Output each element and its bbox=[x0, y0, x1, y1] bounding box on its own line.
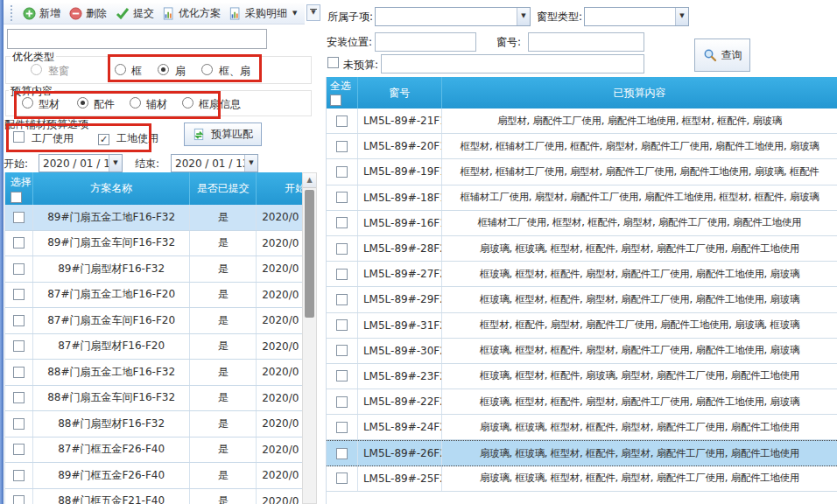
query-button[interactable]: 查询 bbox=[694, 38, 750, 72]
table-row[interactable]: 88#门扇五金车间F16-F32是2020/0 bbox=[5, 386, 302, 412]
row-checkbox[interactable] bbox=[13, 212, 25, 223]
window-type-select[interactable]: ▼ bbox=[584, 7, 689, 26]
radio-accessory[interactable] bbox=[77, 97, 88, 108]
table-row[interactable]: LM5L-89#-29F27框玻璃, 框型材, 框配件, 扇型材, 扇配件工厂使… bbox=[327, 287, 837, 312]
radio-sash[interactable] bbox=[158, 64, 169, 75]
row-checkbox[interactable] bbox=[13, 367, 25, 378]
no-budget-checkbox[interactable] bbox=[327, 57, 339, 68]
row-checkbox[interactable] bbox=[336, 269, 348, 280]
scroll-up-icon[interactable]: ▲ bbox=[303, 173, 316, 188]
budget-match-button[interactable]: 预算匹配 bbox=[184, 122, 262, 146]
row-checkbox[interactable] bbox=[336, 448, 348, 459]
table-row[interactable]: LM5L-89#-31F29框型材, 框配件, 扇型材, 扇配件工厂使用, 扇配… bbox=[327, 313, 837, 339]
budgeted-content-cell: 框辅材工厂使用, 框型材, 框配件, 扇型材, 扇配件工厂使用, 扇配件工地使用 bbox=[442, 211, 837, 235]
plan-filter-input[interactable] bbox=[7, 29, 267, 49]
row-checkbox[interactable] bbox=[336, 472, 348, 484]
row-checkbox[interactable] bbox=[336, 243, 348, 255]
site-use-checkbox[interactable] bbox=[98, 134, 109, 145]
plan-name-cell: 88#门扇型材F16-F32 bbox=[33, 411, 190, 437]
row-checkbox[interactable] bbox=[13, 263, 25, 275]
row-checkbox[interactable] bbox=[336, 396, 348, 408]
table-row[interactable]: 87#门扇五金车间F16-F20是2020/0 bbox=[5, 308, 302, 334]
budgeted-content-column-header[interactable]: 已预算内容 bbox=[442, 77, 837, 108]
row-checkbox[interactable] bbox=[13, 470, 25, 481]
start-date-picker[interactable]: 2020 / 01 / 1 ▼ bbox=[39, 154, 123, 172]
table-row[interactable]: LM5L-89#-24F22扇玻璃, 框玻璃, 框型材, 框配件, 扇型材, 扇… bbox=[327, 415, 837, 440]
row-checkbox[interactable] bbox=[336, 141, 348, 152]
row-checkbox[interactable] bbox=[336, 166, 348, 178]
plan-table-scrollbar[interactable]: ▲ bbox=[302, 172, 317, 504]
table-row[interactable]: LM5L-89#-22F20框玻璃, 框型材, 框配件, 扇型材, 扇配件工厂使… bbox=[327, 389, 837, 415]
table-row[interactable]: LM5L-89#-28F26扇玻璃, 框玻璃, 框型材, 框配件, 扇型材, 扇… bbox=[327, 236, 837, 262]
row-checkbox[interactable] bbox=[13, 237, 25, 248]
plan-name-column-header[interactable]: 方案名称 bbox=[33, 172, 190, 205]
table-row[interactable]: LM5L-89#-25F23扇玻璃, 框玻璃, 框型材, 框配件, 扇型材, 扇… bbox=[327, 466, 837, 492]
select-all-plans-checkbox[interactable] bbox=[11, 192, 22, 203]
row-checkbox[interactable] bbox=[336, 192, 348, 203]
factory-use-checkbox[interactable] bbox=[13, 131, 25, 143]
table-row[interactable]: 89#门扇型材F16-F32是2020/0 bbox=[5, 256, 302, 283]
radio-frame-sash-info[interactable] bbox=[182, 97, 193, 108]
row-checkbox[interactable] bbox=[13, 418, 25, 430]
table-row[interactable]: LM5L-89#-30F28框玻璃, 框型材, 框配件, 扇型材, 扇配件工厂使… bbox=[327, 339, 837, 364]
table-row[interactable]: LM5L-89#-27F25框玻璃, 框型材, 框配件, 扇型材, 扇配件工厂使… bbox=[327, 262, 837, 287]
row-checkbox[interactable] bbox=[336, 294, 348, 305]
table-row[interactable]: 88#门扇五金工地F16-F32是2020/0 bbox=[5, 360, 302, 386]
radio-frame-sash[interactable] bbox=[201, 64, 213, 75]
row-checkbox[interactable] bbox=[336, 422, 348, 433]
purchase-detail-button[interactable]: 采购明细 ▼ bbox=[225, 4, 301, 23]
table-row[interactable]: 88#门框五金F21-F40是2020/0 bbox=[5, 489, 302, 504]
row-checkbox[interactable] bbox=[13, 289, 25, 300]
chevron-down-icon[interactable]: ▼ bbox=[109, 155, 122, 172]
row-checkbox[interactable] bbox=[336, 370, 348, 382]
table-row[interactable]: LM5L-89#-16F15框辅材工厂使用, 框型材, 框配件, 扇型材, 扇配… bbox=[327, 211, 837, 236]
table-row[interactable]: 88#门扇型材F16-F32是2020/0 bbox=[5, 411, 302, 438]
radio-auxiliary[interactable] bbox=[130, 97, 141, 108]
table-row[interactable]: 87#门框五金F26-F40是2020/0 bbox=[5, 438, 302, 464]
scrollbar-thumb[interactable] bbox=[305, 190, 314, 318]
table-row[interactable]: LM5L-89#-20F18框型材, 框辅材工厂使用, 框配件, 扇型材, 扇配… bbox=[327, 134, 837, 159]
row-checkbox[interactable] bbox=[336, 116, 348, 127]
toolbar-overflow-button[interactable]: ▼ bbox=[306, 4, 320, 21]
start-column-header[interactable]: 开始 bbox=[257, 172, 302, 205]
table-row[interactable]: LM5L-89#-26F24扇玻璃, 框玻璃, 框型材, 框配件, 扇型材, 扇… bbox=[327, 440, 837, 466]
window-no-column-header[interactable]: 窗号 bbox=[358, 77, 442, 108]
submitted-column-header[interactable]: 是否已提交 bbox=[190, 172, 257, 205]
radio-profile[interactable] bbox=[22, 97, 33, 108]
table-row[interactable]: LM5L-89#-21F19扇型材, 扇配件工厂使用, 扇配件工地使用, 框型材… bbox=[327, 108, 837, 134]
row-checkbox[interactable] bbox=[336, 217, 348, 228]
table-row[interactable]: 89#门框五金F26-F40是2020/0 bbox=[5, 463, 302, 489]
table-row[interactable]: LM5L-89#-19F17框型材, 框辅材工厂使用, 扇型材, 扇配件工厂使用… bbox=[327, 159, 837, 185]
row-checkbox[interactable] bbox=[13, 444, 25, 455]
toolbar-grip[interactable] bbox=[11, 5, 13, 21]
row-checkbox[interactable] bbox=[13, 392, 25, 403]
table-row[interactable]: 87#门扇型材F16-F20是2020/0 bbox=[5, 334, 302, 360]
window-no-input[interactable] bbox=[528, 32, 644, 52]
select-all-column-header: 全选 bbox=[327, 77, 358, 108]
radio-whole-window[interactable] bbox=[31, 64, 42, 75]
radio-frame[interactable] bbox=[115, 64, 126, 75]
chevron-down-icon[interactable]: ▼ bbox=[675, 8, 688, 25]
row-checkbox[interactable] bbox=[13, 495, 25, 504]
chevron-down-icon[interactable]: ▼ bbox=[517, 8, 530, 25]
add-button[interactable]: 新增 bbox=[18, 4, 65, 23]
window-no-cell: LM5L-89#-18F16 bbox=[358, 186, 442, 210]
no-budget-input[interactable] bbox=[381, 54, 644, 74]
select-all-windows-checkbox[interactable] bbox=[330, 94, 341, 106]
optimize-plan-button[interactable]: 优化方案 bbox=[158, 4, 225, 23]
table-row[interactable]: 87#门扇五金工地F16-F20是2020/0 bbox=[5, 283, 302, 309]
table-row[interactable]: 89#门扇五金工地F16-F32是2020/0 bbox=[5, 205, 302, 231]
submit-button[interactable]: 提交 bbox=[111, 4, 158, 23]
row-checkbox[interactable] bbox=[13, 340, 25, 352]
table-row[interactable]: LM5L-89#-18F16框辅材工厂使用, 扇型材, 扇配件工厂使用, 扇配件… bbox=[327, 186, 837, 211]
sub-item-select[interactable]: ▼ bbox=[375, 7, 531, 26]
chevron-down-icon[interactable]: ▼ bbox=[244, 155, 257, 172]
row-checkbox[interactable] bbox=[336, 319, 348, 331]
table-row[interactable]: LM5L-89#-23F21框玻璃, 框型材, 框配件, 扇玻璃, 扇型材, 扇… bbox=[327, 364, 837, 389]
install-position-input[interactable] bbox=[375, 32, 476, 52]
table-row[interactable]: 89#门扇五金车间F16-F32是2020/0 bbox=[5, 231, 302, 257]
end-date-picker[interactable]: 2020 / 01 / 13 ▼ bbox=[171, 154, 258, 172]
row-checkbox[interactable] bbox=[336, 345, 348, 356]
delete-button[interactable]: 删除 bbox=[65, 4, 111, 23]
row-checkbox[interactable] bbox=[13, 315, 25, 326]
